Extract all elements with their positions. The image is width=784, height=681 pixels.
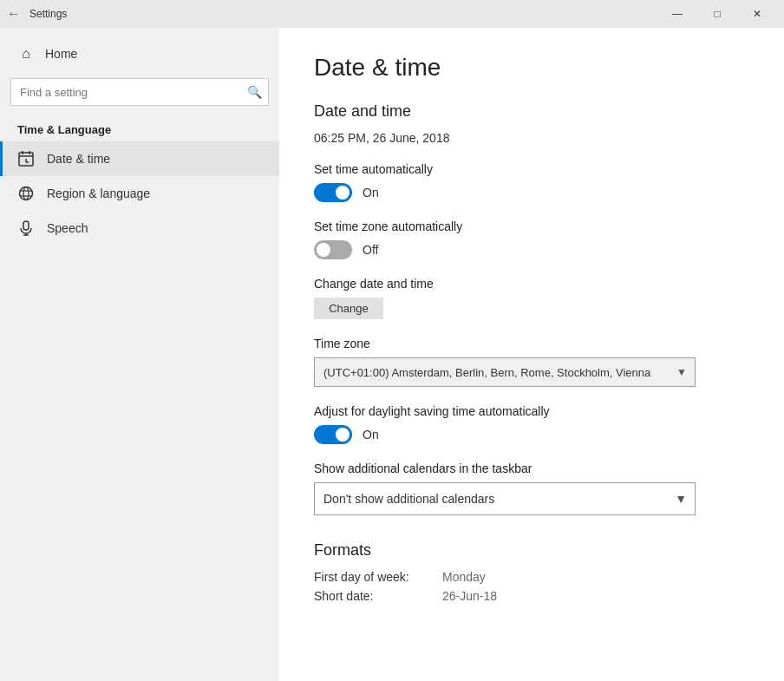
date-time-icon bbox=[17, 150, 35, 167]
daylight-saving-state: On bbox=[363, 428, 379, 442]
sidebar-item-speech-label: Speech bbox=[47, 221, 88, 235]
first-day-of-week-row: First day of week: Monday bbox=[314, 570, 749, 584]
title-bar-controls: — □ ✕ bbox=[657, 0, 777, 28]
region-language-icon bbox=[17, 185, 35, 202]
change-datetime-label: Change date and time bbox=[314, 277, 749, 291]
sidebar: ⌂ Home 🔍 Time & Language Date & time bbox=[0, 28, 279, 681]
set-time-auto-toggle-row: On bbox=[314, 183, 749, 202]
set-timezone-auto-toggle[interactable] bbox=[314, 240, 352, 259]
daylight-saving-toggle[interactable] bbox=[314, 425, 352, 444]
set-timezone-auto-toggle-row: Off bbox=[314, 240, 749, 259]
first-day-of-week-key: First day of week: bbox=[314, 570, 435, 584]
sidebar-item-date-time-label: Date & time bbox=[47, 152, 110, 166]
sidebar-item-region-language-label: Region & language bbox=[47, 187, 150, 200]
title-bar: ← Settings — □ ✕ bbox=[0, 0, 784, 28]
date-and-time-section-title: Date and time bbox=[314, 102, 749, 121]
first-day-of-week-value: Monday bbox=[442, 570, 486, 584]
daylight-saving-row: Adjust for daylight saving time automati… bbox=[314, 404, 749, 444]
sidebar-item-date-time[interactable]: Date & time bbox=[0, 141, 279, 176]
timezone-dropdown[interactable]: (UTC+01:00) Amsterdam, Berlin, Bern, Rom… bbox=[314, 357, 696, 387]
short-date-key: Short date: bbox=[314, 589, 435, 603]
svg-rect-10 bbox=[23, 221, 29, 230]
svg-point-6 bbox=[20, 187, 33, 200]
additional-calendars-dropdown[interactable]: Don't show additional calendarsSimplifie… bbox=[314, 482, 696, 515]
page-title: Date & time bbox=[314, 54, 749, 82]
app-body: ⌂ Home 🔍 Time & Language Date & time bbox=[0, 28, 784, 681]
set-time-auto-toggle[interactable] bbox=[314, 183, 352, 202]
close-button[interactable]: ✕ bbox=[737, 0, 777, 28]
sidebar-item-speech[interactable]: Speech bbox=[0, 211, 279, 246]
content-area: Date & time Date and time 06:25 PM, 26 J… bbox=[279, 28, 784, 681]
short-date-value: 26-Jun-18 bbox=[442, 589, 497, 603]
current-datetime: 06:25 PM, 26 June, 2018 bbox=[314, 131, 749, 145]
sidebar-home-item[interactable]: ⌂ Home bbox=[0, 36, 279, 71]
additional-calendars-row: Show additional calendars in the taskbar… bbox=[314, 462, 749, 515]
additional-calendars-label: Show additional calendars in the taskbar bbox=[314, 462, 749, 475]
set-time-auto-label: Set time automatically bbox=[314, 162, 749, 176]
title-bar-left: ← Settings bbox=[7, 6, 657, 22]
speech-icon bbox=[17, 219, 35, 237]
formats-section: Formats First day of week: Monday Short … bbox=[314, 541, 749, 603]
maximize-button[interactable]: □ bbox=[697, 0, 737, 28]
change-datetime-row: Change date and time Change bbox=[314, 277, 749, 319]
set-timezone-auto-row: Set time zone automatically Off bbox=[314, 219, 749, 259]
sidebar-item-region-language[interactable]: Region & language bbox=[0, 176, 279, 211]
additional-calendars-dropdown-wrapper: Don't show additional calendarsSimplifie… bbox=[314, 482, 696, 515]
daylight-saving-toggle-row: On bbox=[314, 425, 749, 444]
sidebar-search: 🔍 bbox=[10, 78, 269, 106]
sidebar-section-label: Time & Language bbox=[0, 113, 279, 141]
formats-section-title: Formats bbox=[314, 541, 749, 560]
svg-point-7 bbox=[23, 187, 29, 200]
sidebar-home-label: Home bbox=[45, 47, 77, 61]
home-icon: ⌂ bbox=[17, 45, 35, 62]
set-time-auto-row: Set time automatically On bbox=[314, 162, 749, 202]
short-date-row: Short date: 26-Jun-18 bbox=[314, 589, 749, 603]
back-button[interactable]: ← bbox=[7, 6, 21, 22]
timezone-label: Time zone bbox=[314, 337, 749, 350]
daylight-saving-label: Adjust for daylight saving time automati… bbox=[314, 404, 749, 418]
set-time-auto-state: On bbox=[363, 186, 379, 200]
timezone-row: Time zone (UTC+01:00) Amsterdam, Berlin,… bbox=[314, 337, 749, 387]
minimize-button[interactable]: — bbox=[657, 0, 697, 28]
set-timezone-auto-state: Off bbox=[363, 243, 378, 257]
change-datetime-button[interactable]: Change bbox=[314, 298, 383, 319]
timezone-dropdown-wrapper: (UTC+01:00) Amsterdam, Berlin, Bern, Rom… bbox=[314, 357, 696, 387]
set-timezone-auto-label: Set time zone automatically bbox=[314, 219, 749, 233]
search-input[interactable] bbox=[10, 78, 269, 106]
title-bar-title: Settings bbox=[29, 8, 67, 20]
